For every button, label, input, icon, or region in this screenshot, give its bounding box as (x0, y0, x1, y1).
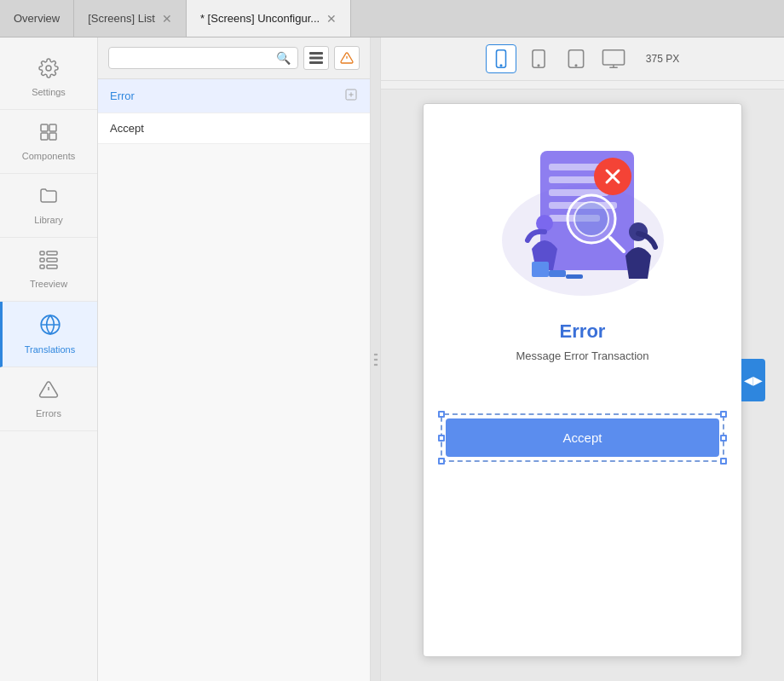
right-edge-panel[interactable]: ◀▶ (741, 359, 765, 401)
svg-rect-2 (49, 124, 56, 131)
sidebar-item-translations-label: Translations (25, 344, 76, 355)
svg-point-31 (575, 65, 577, 66)
device-size-label: 375 PX (646, 53, 679, 65)
selection-handle-bl (438, 458, 445, 465)
selection-handle-mr (720, 435, 727, 441)
tab-bar: Overview [Screens] List ✕ * [Screens] Un… (0, 0, 784, 38)
screen-item-error-icon[interactable] (344, 88, 358, 104)
svg-rect-1 (41, 124, 48, 131)
svg-rect-32 (602, 50, 624, 65)
screen-list: Error Accept (98, 79, 370, 681)
svg-rect-9 (47, 258, 57, 262)
phone-frame: Error Message Error Transaction Accept ◀… (423, 103, 742, 657)
search-input-wrap[interactable]: 🔍 (108, 47, 298, 69)
svg-point-27 (500, 65, 502, 66)
svg-rect-8 (47, 251, 57, 255)
tab-screens-unconfigured[interactable]: * [Screens] Unconfigur... ✕ (187, 0, 351, 37)
screen-item-error-label: Error (110, 89, 135, 102)
svg-rect-10 (47, 265, 57, 268)
sidebar-item-library-label: Library (34, 215, 63, 225)
main-layout: Settings Components Library (0, 38, 784, 681)
library-icon (38, 186, 59, 210)
sidebar-item-treeview[interactable]: Treeview (0, 238, 97, 302)
canvas-ruler (381, 81, 784, 89)
device-desktop[interactable] (598, 44, 629, 73)
screen-item-accept[interactable]: Accept (98, 113, 370, 144)
tab-overview-label: Overview (14, 12, 60, 25)
translations-icon (39, 314, 61, 339)
search-icon[interactable]: 🔍 (276, 51, 291, 65)
selection-handle-tl (438, 411, 445, 418)
tab-screens-list[interactable]: [Screens] List ✕ (74, 0, 187, 37)
svg-point-24 (375, 358, 377, 360)
error-illustration (481, 130, 685, 300)
svg-rect-3 (41, 133, 48, 140)
svg-point-25 (375, 363, 377, 365)
svg-rect-15 (309, 57, 323, 60)
tab-screens-unconfigured-label: * [Screens] Unconfigur... (200, 12, 320, 25)
device-mobile-small[interactable] (486, 44, 516, 73)
device-toolbar: 375 PX (381, 38, 784, 81)
panel-resize-handle[interactable] (371, 38, 381, 681)
gear-icon (38, 58, 59, 82)
svg-rect-16 (309, 61, 323, 64)
sidebar-item-translations[interactable]: Translations (0, 302, 97, 367)
canvas-error-subtitle: Message Error Transaction (516, 349, 649, 362)
accept-button[interactable]: Accept (446, 418, 719, 457)
screen-item-error[interactable]: Error (98, 79, 370, 113)
canvas-error-title: Error (560, 320, 606, 343)
warning-view-button[interactable] (334, 46, 360, 70)
sidebar-item-errors[interactable]: Errors (0, 367, 97, 431)
sidebar-item-treeview-label: Treeview (30, 279, 67, 289)
svg-point-44 (574, 202, 608, 236)
canvas-viewport[interactable]: Error Message Error Transaction Accept ◀… (381, 89, 784, 681)
svg-point-23 (375, 353, 377, 355)
tab-screens-unconfigured-close[interactable]: ✕ (326, 13, 337, 25)
right-edge-icon: ◀▶ (744, 373, 763, 387)
tab-overview[interactable]: Overview (0, 0, 74, 37)
svg-rect-48 (532, 262, 549, 277)
svg-rect-4 (49, 133, 56, 140)
treeview-icon (38, 250, 59, 274)
svg-rect-6 (40, 258, 44, 262)
sidebar-item-components-label: Components (22, 151, 75, 161)
tab-screens-list-label: [Screens] List (88, 12, 155, 25)
components-icon (38, 122, 59, 146)
search-input[interactable] (116, 52, 271, 65)
middle-panel: 🔍 Error (98, 38, 371, 681)
sidebar-item-components[interactable]: Components (0, 110, 97, 174)
svg-rect-7 (40, 265, 44, 268)
svg-rect-14 (309, 52, 323, 55)
svg-rect-5 (40, 251, 44, 255)
device-tablet-small[interactable] (561, 44, 591, 73)
svg-point-0 (46, 66, 51, 71)
sidebar-item-errors-label: Errors (36, 408, 61, 418)
canvas-area: 375 PX (381, 38, 784, 681)
selection-handle-ml (438, 435, 445, 441)
screen-item-accept-label: Accept (110, 122, 144, 135)
selection-handle-br (720, 458, 727, 465)
search-bar: 🔍 (98, 38, 370, 79)
svg-rect-49 (549, 270, 566, 277)
svg-point-29 (538, 65, 539, 66)
svg-rect-37 (549, 189, 608, 196)
svg-rect-50 (566, 274, 583, 279)
tab-screens-list-close[interactable]: ✕ (162, 13, 172, 25)
icon-sidebar: Settings Components Library (0, 38, 98, 681)
list-view-button[interactable] (303, 46, 329, 70)
errors-icon (38, 379, 59, 403)
sidebar-item-settings-label: Settings (32, 87, 66, 97)
sidebar-item-library[interactable]: Library (0, 174, 97, 238)
device-mobile-medium[interactable] (523, 44, 554, 73)
accept-button-container: Accept (441, 413, 724, 462)
sidebar-item-settings[interactable]: Settings (0, 46, 97, 110)
selection-handle-tr (720, 411, 727, 418)
